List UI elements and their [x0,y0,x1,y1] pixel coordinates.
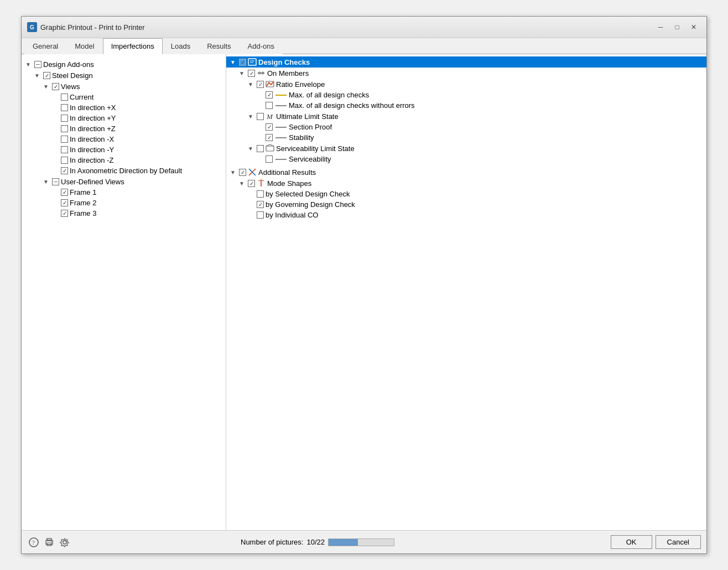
label-axonometric: In Axonometric Direction by Default [70,167,182,175]
cb-design-addons[interactable] [34,61,41,68]
tree-item-sls[interactable]: ▼ Serviceability Limit State [226,143,706,154]
cb-on-members[interactable] [248,70,255,77]
tree-item-views[interactable]: ▼ Views [24,81,223,92]
print-icon-button[interactable] [43,536,56,549]
tree-item-dir-px[interactable]: In direction +X [24,102,223,113]
tree-item-by-selected[interactable]: by Selected Design Check [226,189,706,199]
window-title: Graphic Printout - Print to Printer [40,23,145,32]
expander-on-members[interactable]: ▼ [237,69,246,77]
tree-item-design-checks[interactable]: ▼ Design Checks [226,56,706,68]
cb-steel-design[interactable] [43,72,50,79]
label-max-all-no-errors: Max. of all design checks without errors [289,101,415,110]
label-dir-py: In direction +Y [70,114,116,122]
tree-item-dir-pz[interactable]: In direction +Z [24,123,223,134]
help-icon-button[interactable]: ? [27,536,40,549]
cb-dir-pz[interactable] [61,125,68,132]
cb-dir-mz[interactable] [61,157,68,164]
svg-point-21 [63,541,66,544]
tab-model[interactable]: Model [66,38,102,54]
label-on-members: On Members [267,69,309,77]
cb-dir-py[interactable] [61,115,68,122]
tree-item-max-all[interactable]: Max. of all design checks [226,90,706,100]
cb-by-governing[interactable] [257,201,264,208]
tree-item-dir-mx[interactable]: In direction -X [24,134,223,144]
cb-dir-my[interactable] [61,146,68,153]
tree-item-uls[interactable]: ▼ M Ultimate Limit State [226,111,706,122]
cb-dir-px[interactable] [61,104,68,111]
tree-item-additional-results[interactable]: ▼ Additional Results [226,167,706,178]
cb-additional-results[interactable] [239,169,246,176]
close-button[interactable]: ✕ [687,21,701,33]
tab-results[interactable]: Results [199,38,239,54]
right-panel: ▼ Design Checks ▼ On Members ▼ [226,54,706,530]
cb-dir-mx[interactable] [61,136,68,143]
cb-frame3[interactable] [61,210,68,217]
tree-item-serviceability[interactable]: Serviceability [226,154,706,164]
app-icon: G [27,22,37,32]
cb-by-individual[interactable] [257,211,264,219]
tree-item-on-members[interactable]: ▼ On Members [226,68,706,79]
cb-serviceability[interactable] [266,156,273,163]
expander-ratio-envelope[interactable]: ▼ [246,80,255,89]
pictures-label: Number of pictures: [241,538,303,546]
tab-general[interactable]: General [24,38,66,54]
tab-addons[interactable]: Add-ons [240,38,283,54]
expander-steel-design[interactable]: ▼ [33,71,41,80]
tree-item-current[interactable]: Current [24,92,223,102]
ok-button[interactable]: OK [611,535,652,549]
expander-design-addons[interactable]: ▼ [24,60,33,69]
cb-by-selected[interactable] [257,190,264,198]
label-sls: Serviceability Limit State [276,144,355,153]
tree-item-design-addons[interactable]: ▼ Design Add-ons [24,59,223,70]
tree-item-axonometric[interactable]: In Axonometric Direction by Default [24,165,223,176]
cb-frame1[interactable] [61,189,68,196]
cb-user-views[interactable] [52,178,59,185]
expander-additional-results[interactable]: ▼ [228,168,237,177]
tree-item-dir-my[interactable]: In direction -Y [24,144,223,155]
cb-max-all[interactable] [266,91,273,99]
expander-user-views[interactable]: ▼ [41,177,50,186]
cancel-button[interactable]: Cancel [656,535,701,549]
tree-item-by-individual[interactable]: by Individual CO [226,210,706,220]
dash-gray-3 [275,137,287,138]
settings-icon-button[interactable] [58,536,71,549]
minimize-button[interactable]: ─ [653,21,668,33]
tree-item-dir-py[interactable]: In direction +Y [24,113,223,123]
tree-item-dir-mz[interactable]: In direction -Z [24,155,223,165]
tab-imperfections[interactable]: Imperfections [103,38,163,54]
uls-icon: M [266,112,274,121]
progress-fill [329,539,358,546]
expander-sls[interactable]: ▼ [246,144,255,153]
tree-item-steel-design[interactable]: ▼ Steel Design [24,70,223,81]
cb-uls[interactable] [257,113,264,120]
cb-frame2[interactable] [61,199,68,206]
tab-loads[interactable]: Loads [163,38,199,54]
tree-item-frame3[interactable]: Frame 3 [24,208,223,219]
cb-current[interactable] [61,94,68,101]
tree-item-stability[interactable]: Stability [226,132,706,143]
tree-item-frame2[interactable]: Frame 2 [24,198,223,208]
cb-sls[interactable] [257,145,264,152]
tree-item-ratio-envelope[interactable]: ▼ Ratio Envelope [226,79,706,90]
expander-uls[interactable]: ▼ [246,112,255,121]
maximize-button[interactable]: □ [670,21,684,33]
title-bar-left: G Graphic Printout - Print to Printer [27,22,145,32]
cb-design-checks[interactable] [239,59,246,66]
tree-item-frame1[interactable]: Frame 1 [24,187,223,198]
tree-item-by-governing[interactable]: by Governing Design Check [226,199,706,210]
cb-ratio-envelope[interactable] [257,81,264,88]
cb-views[interactable] [52,83,59,90]
tree-item-max-all-no-errors[interactable]: Max. of all design checks without errors [226,100,706,111]
cb-max-all-no-errors[interactable] [266,102,273,109]
expander-views[interactable]: ▼ [41,82,50,91]
cb-section-proof[interactable] [266,123,273,131]
expander-mode-shapes[interactable]: ▼ [237,179,246,188]
tree-item-section-proof[interactable]: Section Proof [226,122,706,132]
cb-mode-shapes[interactable] [248,180,255,187]
tree-item-user-views[interactable]: ▼ User-Defined Views [24,176,223,187]
cb-axonometric[interactable] [61,167,68,174]
label-dir-mz: In direction -Z [70,156,113,164]
expander-design-checks[interactable]: ▼ [228,58,237,66]
tree-item-mode-shapes[interactable]: ▼ Mode Shapes [226,178,706,189]
cb-stability[interactable] [266,134,273,141]
